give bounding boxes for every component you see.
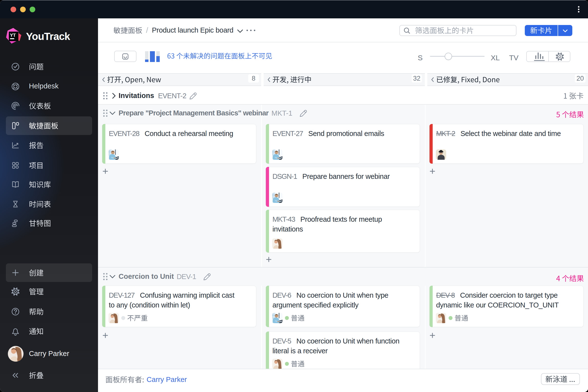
svg-text:YT: YT	[10, 32, 16, 38]
